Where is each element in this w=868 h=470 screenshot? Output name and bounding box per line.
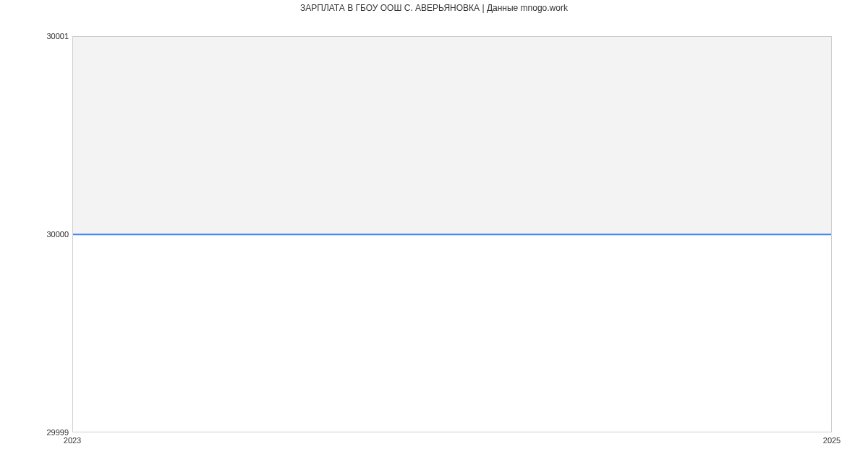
x-tick-label-left: 2023 [64,436,81,445]
chart-title: ЗАРПЛАТА В ГБОУ ООШ С. АВЕРЬЯНОВКА | Дан… [0,3,868,13]
data-line [73,234,831,235]
y-tick-label-mid: 30000 [46,230,69,239]
plot-area [72,36,832,432]
plot-band-upper [73,37,831,234]
y-tick-label-top: 30001 [46,32,69,40]
x-tick-label-right: 2025 [823,436,841,445]
chart-container: ЗАРПЛАТА В ГБОУ ООШ С. АВЕРЬЯНОВКА | Дан… [0,0,868,470]
